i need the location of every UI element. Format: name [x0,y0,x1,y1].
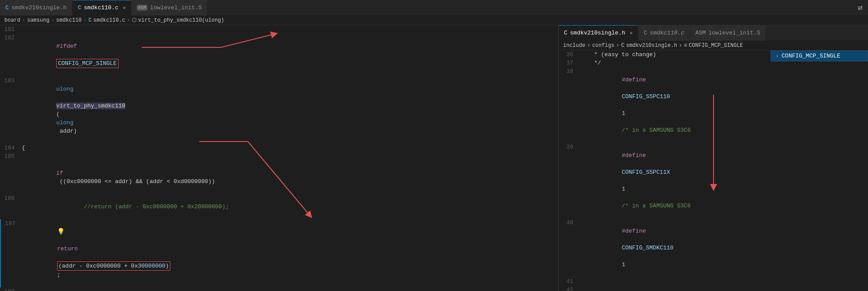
line-number: 41 [559,277,579,286]
breadcrumb-left: board › samsung › smdkc110 › C smdkc110.… [0,15,868,25]
overlay-code-line-38: 38 #define CONFIG_S5PC110 1 /* in a SAMS… [559,67,868,143]
line-content: ulong virt_to_phy_smdkc110 ( ulong addr) [20,77,125,144]
breadcrumb-file[interactable]: smdkv210single.h [626,42,677,49]
line-number: 36 [559,50,579,59]
function-name: virt_to_phy_smdkc110 [56,103,125,109]
c-file-icon: C [564,30,567,36]
main-area: 181 182 #ifdef CONFIG_MCP_SINGLE 183 ulo… [0,25,868,291]
line-content: #define CONFIG_MCP_SINGLE 1 [579,286,684,291]
breadcrumb-configs[interactable]: configs [592,42,614,49]
lightbulb-icon[interactable]: 💡 [57,228,65,235]
tab-close-button[interactable]: ✕ [630,30,633,36]
line-number: 185 [0,152,20,161]
line-number: 187 [1,219,21,228]
breadcrumb-samsung[interactable]: samsung [27,17,49,23]
tab-label: lowlevel_init.S [709,30,760,36]
line-content: //return (addr - 0xc0000000 + 0x20000000… [20,194,229,219]
line-number: 42 [559,286,579,291]
overlay-breadcrumb: include › configs › C smdkv210single.h ›… [559,41,868,50]
asm-file-icon: ASM [137,5,147,11]
line-content: #define CONFIG_S5PC11X 1 /* in a SAMSUNG… [579,143,691,218]
line-number: 38 [559,67,579,76]
tab-smdkc110-c[interactable]: C smdkc110.c ✕ [73,0,131,15]
dropdown-item-config-mcp-single[interactable]: › CONFIG_MCP_SINGLE [771,51,868,61]
line-number: 37 [559,59,579,67]
asm-file-icon: ASM [695,30,706,36]
tab-bar-left: C smdkv210single.h C smdkc110.c ✕ ASM lo… [0,0,868,15]
overlay-panel: C smdkv210single.h ✕ C smdkc110.c ASM lo… [558,25,868,291]
breadcrumb-dropdown[interactable]: › CONFIG_MCP_SINGLE [771,50,868,61]
breadcrumb-board[interactable]: board [4,17,20,23]
line-number: 186 [0,194,20,203]
tab-smdkv210single-h[interactable]: C smdkv210single.h [0,0,73,15]
line-content: if ((0xc0000000 <= addr) && (addr < 0xd0… [20,152,215,194]
line-number: 40 [559,218,579,227]
overlay-tab-bar: C smdkv210single.h ✕ C smdkc110.c ASM lo… [559,25,868,41]
editor-controls: ⇄ [858,3,868,12]
tab-label: smdkv210single.h [570,30,625,36]
tab-close-button[interactable]: ✕ [123,5,126,11]
breadcrumb-function[interactable]: virt_to_phy_smdkc110(ulong) [138,17,224,23]
c-file-icon: C [78,4,81,11]
line-content: #define CONFIG_SMDKC110 1 [579,218,674,277]
line-content: */ [579,59,601,67]
tab-lowlevel-init-s[interactable]: ASM lowlevel_init.S [131,0,208,15]
dropdown-item-label: CONFIG_MCP_SINGLE [782,53,841,59]
line-number: 39 [559,143,579,151]
breadcrumb-file[interactable]: smdkc110.c [93,17,125,23]
keyword-ifdef: #ifdef [56,43,77,50]
tab-label: lowlevel_init.S [150,4,202,11]
tab-label: smdkv210single.h [12,4,67,11]
overlay-tab-lowlevel-init-s[interactable]: ASM lowlevel_init.S [690,25,766,41]
line-number: 183 [0,77,20,85]
line-content: #define CONFIG_S5PC110 1 /* in a SAMSUNG… [579,67,691,143]
line-content: #ifdef CONFIG_MCP_SINGLE [20,34,119,77]
line-number: 182 [0,34,20,42]
breadcrumb-symbol[interactable]: CONFIG_MCP_SINGLE [689,42,743,49]
breadcrumb-smdkc110[interactable]: smdkc110 [56,17,82,23]
line-content: { [20,144,25,152]
tab-label: smdkc110.c [84,4,118,11]
overlay-code-line-41: 41 [559,277,868,286]
overlay-code-area: 36 * (easy to change) 37 */ 38 #define C… [559,50,868,291]
overlay-code-line-40: 40 #define CONFIG_SMDKC110 1 [559,218,868,277]
chevron-right-icon: › [775,53,779,59]
line-number: 184 [0,144,20,152]
overlay-tab-smdkv210single-h[interactable]: C smdkv210single.h ✕ [559,25,638,41]
line-content: 💡 return (addr - 0xc0000000 + 0x30000000… [21,219,170,287]
c-file-icon: C [5,4,9,11]
overlay-tab-smdkc110-c[interactable]: C smdkc110.c [638,25,690,41]
line-number: 188 [0,287,20,291]
line-content: else [20,287,70,291]
breadcrumb-include[interactable]: include [563,42,585,49]
tab-label: smdkc110.c [650,30,684,36]
line-content: * (easy to change) [579,50,656,59]
line-content [20,25,25,34]
macro-config-mcp-single: CONFIG_MCP_SINGLE [56,59,119,68]
overlay-code-line-42: 42 #define CONFIG_MCP_SINGLE 1 [559,286,868,291]
line-number: 181 [0,25,20,34]
overlay-code-line-39: 39 #define CONFIG_S5PC11X 1 /* in a SAMS… [559,143,868,218]
overlay-code-container: 36 * (easy to change) 37 */ 38 #define C… [559,50,868,291]
c-file-icon: C [644,30,647,36]
return-expr-highlight: (addr - 0xc0000000 + 0x30000000) [57,261,170,271]
line-content [579,277,584,286]
